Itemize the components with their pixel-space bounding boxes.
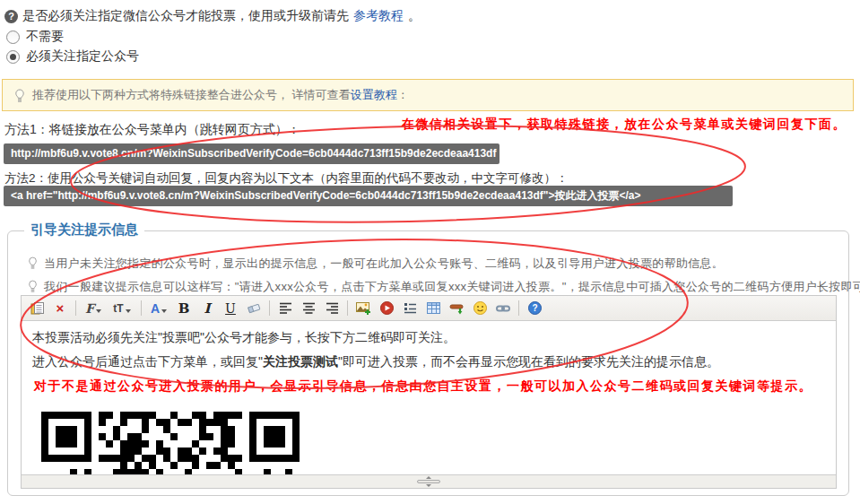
guide-tip-text: 当用户未关注您指定的公众号时，显示出的提示信息，一般可在此加入公众号账号、二维码… <box>44 256 724 272</box>
radio-selected-icon[interactable] <box>6 50 20 64</box>
lightbulb-icon <box>28 256 38 270</box>
lightbulb-icon <box>28 280 38 293</box>
font-size-icon[interactable]: tT <box>108 299 136 318</box>
guide-tip-2: 我们一般建议提示信息可以这样写："请进入xxx公众号，点击下方菜单或回复xxx关… <box>28 279 860 295</box>
guide-follow-section: 引导关注提示信息 当用户未关注您指定的公众号时，显示出的提示信息，一般可在此加入… <box>7 230 849 496</box>
editor-resize-handle[interactable] <box>417 476 440 487</box>
guide-tip-1: 当用户未关注您指定的公众号时，显示出的提示信息，一般可在此加入公众号账号、二维码… <box>28 256 724 272</box>
radio-label: 必须关注指定公众号 <box>26 48 139 65</box>
setup-tutorial-link[interactable]: 设置教程 <box>351 88 397 101</box>
question-suffix: 。 <box>408 8 421 24</box>
emoticon-icon[interactable] <box>469 299 491 318</box>
lightbulb-icon <box>14 89 25 103</box>
insert-image-icon[interactable] <box>352 299 374 318</box>
editor-line-1: 本投票活动必须先关注"投票吧"公众号才能参与，长按下方二维码即可关注。 <box>32 330 825 344</box>
toolbar-separator <box>141 300 142 316</box>
method2-label: 方法2：使用公众号关键词自动回复，回复内容为以下文本（内容里面的代码不要改动，中… <box>4 170 569 187</box>
toolbar-separator <box>75 300 76 316</box>
wechat-vote-settings-page: ? 是否必须关注指定微信公众号才能投票，使用或升级前请先参考教程。 不需要 必须… <box>0 0 860 504</box>
section-title: 引导关注提示信息 <box>24 222 144 239</box>
align-center-icon[interactable] <box>298 299 319 318</box>
special-link-code-box[interactable]: http://mbf6u9.v.vote8.cn/m?WeixinSubscri… <box>4 143 499 164</box>
bold-icon[interactable]: B <box>173 299 195 318</box>
font-family-icon[interactable]: F <box>81 299 106 318</box>
align-left-icon[interactable] <box>274 299 296 318</box>
guide-tip-text: 我们一般建议提示信息可以这样写："请进入xxx公众号，点击下方菜单或回复xxx关… <box>44 279 860 295</box>
radio-option-must-follow[interactable]: 必须关注指定公众号 <box>6 48 139 65</box>
editor-line-2: 进入公众号后通过点击下方菜单，或回复"关注投票测试"即可进入投票，而不会再显示您… <box>32 354 825 369</box>
follow-required-question: ? 是否必须关注指定微信公众号才能投票，使用或升级前请先参考教程。 <box>4 8 421 24</box>
help-circle-icon: ? <box>4 10 18 23</box>
clear-format-icon[interactable]: × <box>49 299 71 318</box>
help-icon[interactable]: ? <box>524 299 545 318</box>
insert-hr-icon[interactable] <box>446 299 467 318</box>
reference-tutorial-link[interactable]: 参考教程 <box>353 8 404 24</box>
editor-status-bar <box>22 474 836 488</box>
method1-label: 方法1：将链接放在公众号菜单内（跳转网页方式）： <box>4 122 300 138</box>
align-right-icon[interactable] <box>321 299 343 318</box>
eraser-icon[interactable] <box>243 299 265 318</box>
insert-table-icon[interactable] <box>422 299 444 318</box>
font-color-icon[interactable]: A <box>146 299 171 318</box>
paste-word-icon[interactable] <box>26 299 48 318</box>
svg-text:?: ? <box>532 303 537 313</box>
red-annotation-top: 在微信相关设置下，获取特殊链接，放在公众号菜单或关键词回复下面。 <box>402 117 847 133</box>
italic-icon[interactable]: I <box>196 299 218 318</box>
prompt-message-editor: × F tT A B I U <box>21 295 837 489</box>
tip-banner: 推荐使用以下两种方式将特殊链接整合进公众号， 详情可查看设置教程： <box>2 79 854 111</box>
red-annotation-editor: 对于不是通过公众号进入投票的用户，会显示引导信息，信息由您自主设置，一般可以加入… <box>34 378 825 393</box>
editor-toolbar: × F tT A B I U <box>22 296 836 321</box>
toolbar-separator <box>347 300 348 316</box>
radio-label: 不需要 <box>26 29 64 45</box>
reply-html-code-box[interactable]: <a href="http://mbf6u9.v.vote8.cn/m?Weix… <box>4 186 733 206</box>
toolbar-separator <box>269 300 270 316</box>
insert-video-icon[interactable] <box>376 299 397 318</box>
tip-banner-text: 推荐使用以下两种方式将特殊链接整合进公众号， 详情可查看设置教程： <box>32 87 409 103</box>
bullet-list-icon[interactable] <box>399 299 421 318</box>
insert-link-icon[interactable] <box>492 299 514 318</box>
qr-code-image <box>41 412 300 474</box>
editor-content-area[interactable]: 本投票活动必须先关注"投票吧"公众号才能参与，长按下方二维码即可关注。 进入公众… <box>22 321 836 474</box>
question-text: 是否必须关注指定微信公众号才能投票，使用或升级前请先 <box>22 8 349 24</box>
radio-unselected-icon[interactable] <box>6 30 20 44</box>
underline-icon[interactable]: U <box>220 299 241 318</box>
toolbar-separator <box>518 300 519 316</box>
keyword-bold-text: 关注投票测试 <box>263 354 338 369</box>
radio-option-no-need[interactable]: 不需要 <box>6 29 64 45</box>
